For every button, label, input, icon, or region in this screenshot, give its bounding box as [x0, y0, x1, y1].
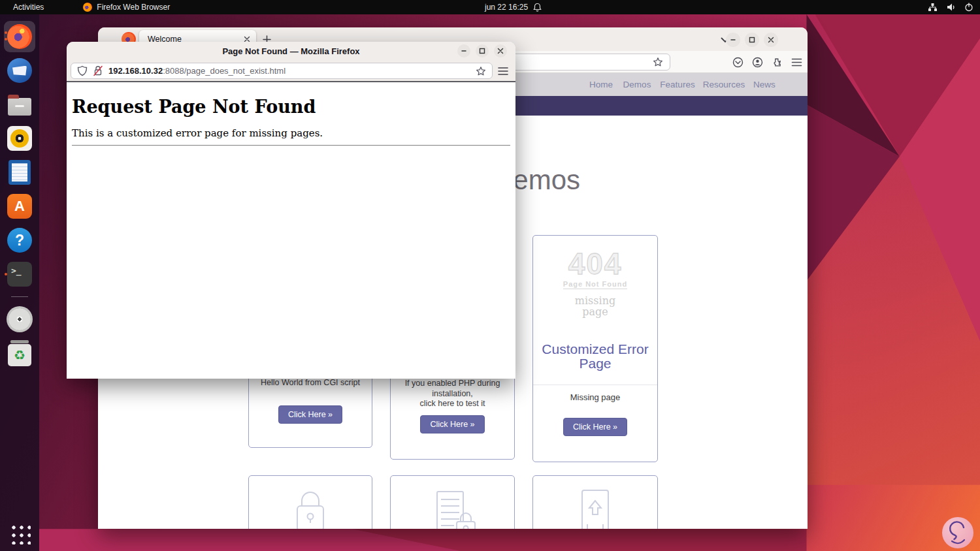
dock-libreoffice-writer[interactable] [4, 157, 35, 188]
desktop: Welcome [0, 0, 980, 551]
rhythmbox-icon [7, 126, 32, 151]
question-balloon-icon [946, 520, 970, 546]
disc-icon [7, 306, 33, 332]
menu-button[interactable] [497, 65, 510, 78]
nav-link-home[interactable]: Home [589, 80, 613, 89]
close-icon [768, 37, 774, 43]
clock[interactable]: jun 22 16:25 [485, 3, 528, 12]
app-menu[interactable]: Firefox Web Browser [83, 3, 170, 12]
nav-link-resources[interactable]: Resources [703, 80, 745, 89]
error-page-heading: Request Page Not Found [72, 97, 510, 117]
title-bar[interactable]: Page Not Found — Mozilla Firefox [67, 42, 515, 61]
url-path: :8088/page_does_not_exist.html [163, 66, 286, 76]
maximize-icon [479, 48, 485, 54]
firefox-window-page-not-found: Page Not Found — Mozilla Firefox [67, 42, 515, 379]
url-bar[interactable]: 192.168.10.32:8088/page_does_not_exist.h… [71, 63, 493, 79]
dock-terminal[interactable]: >_ [4, 259, 35, 290]
gnome-top-bar: Activities Firefox Web Browser jun 22 16… [0, 0, 980, 14]
close-icon [497, 48, 504, 54]
dock-rhythmbox[interactable] [4, 123, 35, 154]
bookmark-star-icon[interactable] [653, 57, 663, 67]
window-controls [457, 44, 507, 57]
card-htaccess-demo [390, 475, 515, 529]
close-button[interactable] [494, 44, 507, 57]
padlock-password-icon [278, 485, 343, 529]
nav-link-demos[interactable]: Demos [623, 80, 651, 89]
maximize-button[interactable] [745, 33, 759, 47]
insecure-lock-icon[interactable] [93, 65, 103, 76]
php-click-here-button[interactable]: Click Here » [420, 415, 484, 433]
nav-link-features[interactable]: Features [660, 80, 694, 89]
extensions-icon[interactable] [772, 57, 783, 68]
card-divider [533, 385, 657, 385]
card-php-line1: If you enabled PHP during [393, 379, 512, 389]
solvetic-watermark-logo [942, 517, 973, 548]
404-click-here-button[interactable]: Click Here » [563, 418, 627, 436]
running-indicator [5, 273, 7, 276]
volume-icon [946, 3, 956, 12]
power-icon [964, 3, 973, 12]
card-php-line2: installation, [393, 389, 512, 400]
help-icon: ? [7, 228, 32, 253]
dock-ubuntu-software[interactable]: A [4, 191, 35, 222]
system-status-area[interactable] [928, 3, 973, 12]
firefox-icon [83, 3, 92, 12]
cgi-click-here-button[interactable]: Click Here » [278, 405, 342, 424]
pocket-icon[interactable] [732, 57, 743, 68]
404-card-title: Customized Error Page [538, 342, 652, 371]
notification-bell-icon [533, 3, 542, 12]
upload-icon [563, 485, 628, 529]
menu-hamburger-icon [498, 67, 508, 76]
404-art: 404 [533, 246, 657, 281]
firefox-icon [7, 24, 32, 49]
404-art-caption: Page Not Found [563, 280, 627, 289]
horizontal-rule [72, 145, 510, 146]
error-page-body: This is a customized error page for miss… [72, 127, 510, 139]
dock-files[interactable] [4, 89, 35, 120]
navigation-toolbar: 192.168.10.32:8088/page_does_not_exist.h… [67, 61, 515, 81]
running-indicator [5, 38, 7, 40]
bookmark-star-icon[interactable] [476, 66, 486, 76]
card-upload-demo [532, 475, 658, 529]
show-applications-button[interactable] [8, 522, 31, 544]
shield-icon[interactable] [77, 65, 88, 76]
nav-link-news[interactable]: News [753, 80, 776, 89]
window-title: Page Not Found — Mozilla Firefox [222, 46, 359, 56]
card-php-text: If you enabled PHP during installation, … [393, 379, 512, 409]
close-button[interactable] [764, 33, 778, 47]
account-icon[interactable] [752, 57, 763, 68]
dock-separator [11, 296, 28, 297]
running-indicator [5, 31, 7, 34]
card-404-demo: 404 Page Not Found missing page Customiz… [532, 235, 658, 462]
minimize-icon [730, 37, 736, 43]
window-controls [726, 33, 778, 47]
card-cgi-text: Hello World from CGI script [252, 378, 369, 388]
error-page-content: Request Page Not Found This is a customi… [67, 82, 515, 146]
minimize-button[interactable] [457, 44, 470, 57]
toolbar-actions [732, 54, 802, 71]
dock-disc-drive[interactable] [4, 304, 35, 335]
network-wired-icon [928, 3, 938, 12]
document-lock-icon [420, 485, 485, 529]
minimize-button[interactable] [726, 33, 740, 47]
dock-firefox[interactable] [4, 21, 35, 52]
dock-help[interactable]: ? [4, 225, 35, 256]
maximize-button[interactable] [476, 44, 489, 57]
trash-icon: ♻ [8, 344, 31, 366]
dock-trash[interactable]: ♻ [4, 338, 35, 369]
maximize-icon [749, 37, 755, 43]
app-menu-label: Firefox Web Browser [97, 3, 170, 12]
url-text: 192.168.10.32:8088/page_does_not_exist.h… [108, 66, 286, 76]
activities-button[interactable]: Activities [9, 3, 48, 12]
minimize-icon [461, 48, 467, 54]
menu-hamburger-icon[interactable] [791, 57, 802, 67]
terminal-icon: >_ [7, 262, 32, 287]
card-auth-demo [248, 475, 372, 529]
card-php-line3: click here to test it [393, 399, 512, 409]
dock-thunderbird[interactable] [4, 55, 35, 86]
libreoffice-writer-icon [8, 160, 31, 185]
ubuntu-software-icon: A [7, 194, 32, 219]
files-icon [8, 98, 31, 116]
url-host: 192.168.10.32 [108, 66, 163, 76]
404-ghost-text: missing page [533, 296, 657, 317]
